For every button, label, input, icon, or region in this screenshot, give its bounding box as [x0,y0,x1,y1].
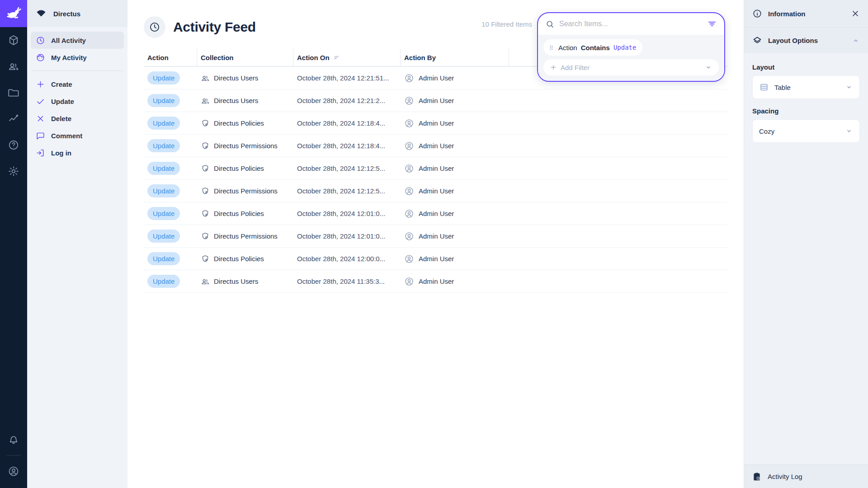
people-icon [8,61,19,72]
table-row[interactable]: UpdateDirectus PermissionsOctober 28th, … [144,135,727,157]
collection-name: Directus Users [214,74,258,82]
users-icon [201,74,210,83]
module-button-people[interactable] [0,53,27,80]
collection-name: Directus Users [214,277,258,285]
close-icon[interactable] [851,9,860,18]
avatar-icon [404,96,414,106]
filter-rule[interactable]: Action Contains Update [543,39,642,56]
layout-select[interactable]: Table [752,75,860,99]
drag-handle-icon[interactable] [548,44,555,51]
collection-name: Directus Users [214,97,258,104]
directus-logo[interactable] [0,0,27,27]
rail-divider [6,455,21,455]
filter-operator: Contains [581,44,610,52]
action-user: Admin User [419,142,454,150]
spacing-label: Spacing [752,107,860,115]
add-filter-label: Add Filter [561,64,590,71]
layout-label: Layout [752,63,860,71]
sidebar-item-label: Create [51,80,72,88]
users-icon [201,96,210,105]
sidebar-item-update[interactable]: Update [31,93,124,110]
information-label: Information [768,10,806,18]
sidebar-item-create[interactable]: Create [31,75,124,93]
sidebar-item-label: All Activity [51,37,86,44]
table-row[interactable]: UpdateDirectus PoliciesOctober 28th, 202… [144,202,727,225]
filtered-count: 10 Filtered Items [481,20,532,28]
module-button-bell[interactable] [0,426,27,452]
column-header-collection[interactable]: Collection [197,49,293,66]
module-button-cube[interactable] [0,27,27,53]
rabbit-logo-icon [5,5,22,22]
module-button-help[interactable] [0,132,27,158]
spacing-select[interactable]: Cozy [752,119,860,143]
action-user: Admin User [419,277,454,285]
collection-name: Directus Policies [214,210,264,217]
sidebar-item-all-activity[interactable]: All Activity [31,32,124,49]
shield-icon [201,164,210,173]
chevron-up-icon[interactable] [852,37,860,45]
column-header-action-by[interactable]: Action By [401,49,509,66]
add-filter-button[interactable]: Add Filter [543,59,719,75]
plus-icon [36,80,45,89]
column-header-action[interactable]: Action [144,49,197,66]
main-content: Activity Feed 10 Filtered Items [127,0,744,488]
filter-list-icon[interactable] [707,19,717,29]
collection-name: Directus Policies [214,255,264,263]
table-row[interactable]: UpdateDirectus PoliciesOctober 28th, 202… [144,157,727,180]
face-icon [36,53,45,62]
column-header-action-on[interactable]: Action On [293,49,401,66]
settings-icon [8,165,19,177]
module-button-folder[interactable] [0,80,27,106]
sidebar-item-delete[interactable]: Delete [31,110,124,127]
module-bar-bottom [0,426,27,488]
table-row[interactable]: UpdateDirectus PoliciesOctober 28th, 202… [144,112,727,135]
search-input[interactable] [559,20,703,28]
activity-log-button[interactable]: Activity Log [744,465,868,488]
table-row[interactable]: UpdateDirectus UsersOctober 28th, 2024 1… [144,270,727,293]
sidebar-item-log-in[interactable]: Log in [31,144,124,161]
shield-icon [201,187,210,196]
bell-icon [8,433,19,445]
activity-table: Action Collection Action On Action By Up… [144,49,727,293]
table-row[interactable]: UpdateDirectus UsersOctober 28th, 2024 1… [144,89,727,112]
shield-icon [201,141,210,150]
layout-options-header[interactable]: Layout Options [744,27,868,53]
collection-name: Directus Permissions [214,187,278,195]
module-button-settings[interactable] [0,158,27,184]
nav-primary-group: All ActivityMy Activity [27,27,127,66]
module-button-insights[interactable] [0,106,27,132]
action-badge: Update [147,139,180,153]
chevron-down-icon[interactable] [704,63,712,71]
table-row[interactable]: UpdateDirectus PermissionsOctober 28th, … [144,225,727,248]
nav-sidebar: Directus All ActivityMy Activity CreateU… [27,0,127,488]
table-row[interactable]: UpdateDirectus PermissionsOctober 28th, … [144,180,727,202]
clock-icon [144,16,165,38]
action-user: Admin User [419,97,454,104]
collection-name: Directus Policies [214,119,264,127]
avatar-icon [404,231,414,241]
sidebar-item-label: My Activity [51,54,87,61]
activity-log-label: Activity Log [768,473,802,480]
action-badge: Update [147,252,180,266]
shield-icon [201,119,210,128]
plus-icon [550,64,557,71]
project-header[interactable]: Directus [27,0,127,27]
sidebar-item-label: Comment [51,132,82,140]
users-icon [201,277,210,286]
action-badge: Update [147,117,180,130]
page-title: Activity Feed [173,19,256,35]
action-user: Admin User [419,119,454,127]
table-row[interactable]: UpdateDirectus PoliciesOctober 28th, 202… [144,248,727,270]
search-bar [538,13,724,35]
sidebar-item-my-activity[interactable]: My Activity [31,49,124,66]
layout-options-label: Layout Options [768,37,818,44]
action-badge: Update [147,207,180,221]
sidebar-item-comment[interactable]: Comment [31,127,124,144]
module-button-account-circle[interactable] [0,458,27,484]
help-icon [8,139,19,151]
login-icon [36,148,45,158]
action-timestamp: October 28th, 2024 12:18:4... [297,142,385,150]
action-timestamp: October 28th, 2024 12:21:51... [297,74,389,82]
action-timestamp: October 28th, 2024 11:35:3... [297,277,385,285]
shield-icon [201,209,210,218]
